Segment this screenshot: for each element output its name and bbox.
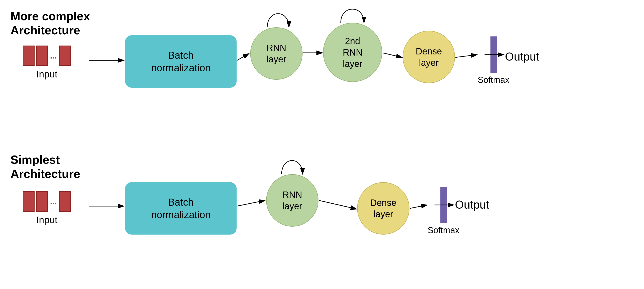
top-input-rect-2 — [36, 46, 48, 66]
top-softmax: Softmax — [478, 37, 509, 85]
bottom-batch-norm: Batch normalization — [125, 182, 236, 234]
svg-line-5 — [456, 55, 477, 57]
bottom-input-dots: ... — [49, 197, 58, 206]
diagram-container: More complex Architecture ... Input Batc… — [0, 0, 644, 289]
top-softmax-bar — [490, 37, 497, 73]
bottom-output: Output — [455, 198, 489, 211]
top-input-dots: ... — [49, 51, 58, 61]
top-softmax-label: Softmax — [478, 75, 509, 85]
top-input-rect-1 — [23, 46, 34, 66]
svg-line-9 — [319, 200, 357, 209]
svg-line-2 — [237, 54, 249, 60]
bottom-softmax-label: Softmax — [428, 225, 459, 235]
bottom-input-rect-1 — [23, 191, 34, 212]
top-output: Output — [505, 50, 539, 63]
bottom-input-rects: ... — [23, 191, 71, 212]
bottom-softmax-bar — [440, 187, 447, 223]
bottom-rnn: RNN layer — [266, 174, 318, 227]
top-input-rects: ... — [23, 46, 71, 66]
bottom-input-block: ... Input — [23, 191, 71, 225]
top-rnn2: 2nd RNN layer — [323, 23, 382, 82]
top-input-rect-3 — [59, 46, 71, 66]
svg-line-10 — [410, 205, 427, 208]
bottom-dense: Dense layer — [357, 182, 410, 234]
bottom-input-rect-2 — [36, 191, 48, 212]
top-input-block: ... Input — [23, 46, 71, 80]
top-title: More complex Architecture — [10, 9, 90, 38]
bottom-input-rect-3 — [59, 191, 71, 212]
svg-line-8 — [237, 200, 265, 206]
arrows-overlay — [0, 0, 644, 289]
top-rnn1: RNN layer — [250, 27, 302, 80]
bottom-softmax: Softmax — [428, 187, 459, 235]
bottom-input-label: Input — [36, 214, 57, 225]
top-input-label: Input — [36, 69, 57, 80]
svg-line-4 — [382, 53, 402, 57]
bottom-title: Simplest Architecture — [10, 153, 80, 181]
top-batch-norm: Batch normalization — [125, 35, 236, 88]
top-dense: Dense layer — [403, 31, 455, 83]
